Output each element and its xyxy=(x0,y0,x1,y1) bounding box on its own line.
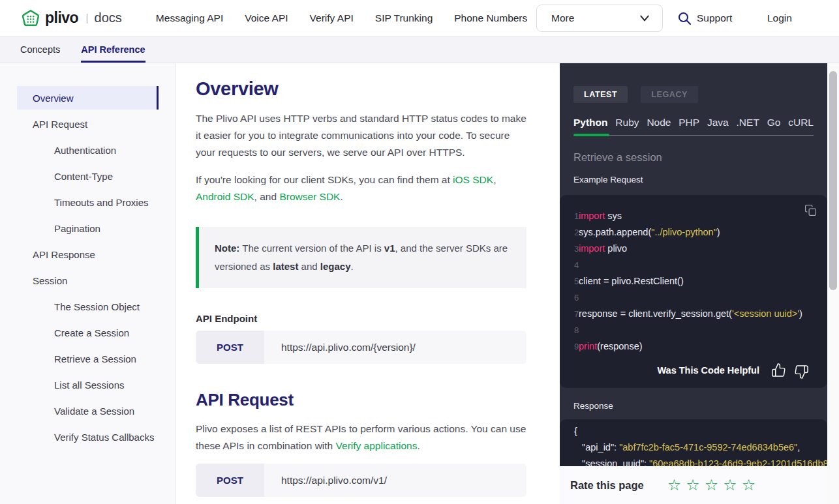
more-dropdown[interactable]: More xyxy=(536,5,663,32)
support-link[interactable]: Support xyxy=(697,0,732,37)
code-token: sys.path.append( xyxy=(579,224,651,241)
vertical-scrollbar[interactable] xyxy=(827,63,839,504)
tabs-divider xyxy=(573,135,814,136)
lang-tab-curl[interactable]: cURL xyxy=(788,117,814,135)
line-number: 1 xyxy=(560,208,579,224)
sidebar-item-overview[interactable]: Overview xyxy=(17,86,159,110)
nav-item-messaging-api[interactable]: Messaging API xyxy=(156,12,223,24)
code-token: print xyxy=(579,338,597,355)
star-icon[interactable]: ☆ xyxy=(705,477,719,493)
thumbs-down-button[interactable] xyxy=(794,364,809,379)
link-browser-sdk[interactable]: Browser SDK xyxy=(279,191,340,202)
lang-tab-go[interactable]: Go xyxy=(767,117,781,135)
sidebar-nav: OverviewAPI RequestAuthenticationContent… xyxy=(0,63,176,504)
line-number: 3 xyxy=(560,241,579,257)
login-link[interactable]: Login xyxy=(767,0,792,37)
link-verify-applications[interactable]: Verify applications xyxy=(336,440,418,451)
language-tabs: PythonRubyNodePHPJava.NETGocURL xyxy=(573,117,814,135)
star-icon[interactable]: ☆ xyxy=(723,477,737,493)
lang-tab-java[interactable]: Java xyxy=(707,117,729,135)
tab-concepts[interactable]: Concepts xyxy=(20,37,60,63)
nav-item-voice-api[interactable]: Voice API xyxy=(245,12,288,24)
code-token: "api_id": xyxy=(574,442,619,452)
version-tabs: LATESTLEGACY xyxy=(573,86,827,103)
lang-tab-net[interactable]: .NET xyxy=(737,117,759,135)
version-tab-legacy[interactable]: LEGACY xyxy=(641,86,698,103)
link-ios-sdk[interactable]: iOS SDK xyxy=(453,174,493,185)
search-button[interactable] xyxy=(677,11,692,25)
sidebar-item-content-type[interactable]: Content-Type xyxy=(17,163,159,189)
code-token: (response) xyxy=(597,338,642,355)
code-feedback-row: Was This Code Helpful xyxy=(560,363,827,378)
lang-tab-php[interactable]: PHP xyxy=(679,117,699,135)
sidebar-item-pagination[interactable]: Pagination xyxy=(17,215,159,241)
sidebar-item-session[interactable]: Session xyxy=(17,267,159,293)
line-number: 9 xyxy=(560,338,579,355)
line-number: 7 xyxy=(560,306,579,322)
code-token: import xyxy=(579,208,605,224)
note-text: Note: The current version of the API is … xyxy=(215,243,508,272)
code-token: "60ea68db-b123-46d9-9eb2-1201d516db8" xyxy=(649,458,827,466)
sidebar-item-api-request[interactable]: API Request xyxy=(17,111,159,137)
helpful-label: Was This Code Helpful xyxy=(657,365,759,376)
brand-divider: | xyxy=(85,12,88,25)
brand[interactable]: plivo | docs xyxy=(21,8,122,28)
sidebar-item-timeouts-and-proxies[interactable]: Timeouts and Proxies xyxy=(17,189,159,215)
thumbs-up-button[interactable] xyxy=(771,363,786,378)
code-line: 1import sys xyxy=(560,208,827,224)
line-number: 4 xyxy=(560,257,579,273)
link-android-sdk[interactable]: Android SDK xyxy=(196,191,254,202)
star-icon[interactable]: ☆ xyxy=(667,477,682,493)
star-icon[interactable]: ☆ xyxy=(742,477,756,493)
api-request-paragraph: Plivo exposes a list of REST APIs to per… xyxy=(196,421,526,454)
version-tab-latest[interactable]: LATEST xyxy=(573,86,628,103)
sidebar-item-the-session-object[interactable]: The Session Object xyxy=(17,293,159,319)
more-label: More xyxy=(551,12,574,24)
code-line: 9print(response) xyxy=(560,338,827,355)
sidebar-item-list-all-sessions[interactable]: List all Sessions xyxy=(17,372,159,398)
code-line: 6 xyxy=(560,289,827,306)
lang-tab-python[interactable]: Python xyxy=(573,117,608,135)
sidebar-item-authentication[interactable]: Authentication xyxy=(17,137,159,163)
code-token: ) xyxy=(799,306,802,322)
sidebar-item-verify-status-callbacks[interactable]: Verify Status Callbacks xyxy=(17,424,159,450)
line-number: 6 xyxy=(560,289,579,306)
code-token: ) xyxy=(717,224,720,241)
intro-paragraph: The Plivo API uses HTTP verbs and standa… xyxy=(196,110,526,161)
line-number: 8 xyxy=(560,322,579,338)
lang-tab-node[interactable]: Node xyxy=(647,117,671,135)
code-token: "session_uuid": xyxy=(574,458,649,466)
sidebar-item-create-a-session[interactable]: Create a Session xyxy=(17,319,159,346)
tab-api-reference[interactable]: API Reference xyxy=(81,37,145,63)
nav-item-verify-api[interactable]: Verify API xyxy=(310,12,354,24)
code-line: 5client = plivo.RestClient() xyxy=(560,273,827,289)
thumbs-down-icon xyxy=(794,364,809,379)
endpoint-url: https://api.plivo.com/{version}/ xyxy=(264,331,416,364)
note-callout: Note: The current version of the API is … xyxy=(196,227,526,288)
scrollbar-thumb[interactable] xyxy=(829,71,837,290)
sidebar-item-retrieve-a-session[interactable]: Retrieve a Session xyxy=(17,346,159,372)
code-line: 4 xyxy=(560,257,827,273)
response-line: "api_id": "abf7fc2b-fac5-471c-9592-74ed6… xyxy=(560,439,827,456)
response-line: { xyxy=(560,423,827,439)
http-method-badge: POST xyxy=(196,331,264,364)
code-token: "../plivo-python" xyxy=(651,224,717,241)
code-line: 8 xyxy=(560,322,827,338)
code-token: response = client.verify_session.get( xyxy=(579,306,732,322)
code-token: import xyxy=(579,241,605,257)
plivo-logo-icon xyxy=(21,8,40,28)
example-code-block: 1import sys2sys.path.append("../plivo-py… xyxy=(560,195,827,388)
code-line: 7response = client.verify_session.get('<… xyxy=(560,306,827,322)
sidebar-item-api-response[interactable]: API Response xyxy=(17,241,159,267)
copy-code-button[interactable] xyxy=(804,204,817,219)
navbar-links: Messaging APIVoice APIVerify APISIP Trun… xyxy=(156,12,527,24)
nav-item-sip-trunking[interactable]: SIP Trunking xyxy=(375,12,433,24)
star-icon[interactable]: ☆ xyxy=(686,477,700,493)
brand-name: plivo xyxy=(45,9,78,27)
code-panel: LATESTLEGACY PythonRubyNodePHPJava.NETGo… xyxy=(560,63,827,466)
nav-item-phone-numbers[interactable]: Phone Numbers xyxy=(454,12,527,24)
code-token: plivo xyxy=(605,241,627,257)
sidebar-item-validate-a-session[interactable]: Validate a Session xyxy=(17,398,159,424)
lang-tab-ruby[interactable]: Ruby xyxy=(615,117,639,135)
panel-section-title: Retrieve a session xyxy=(573,151,827,164)
